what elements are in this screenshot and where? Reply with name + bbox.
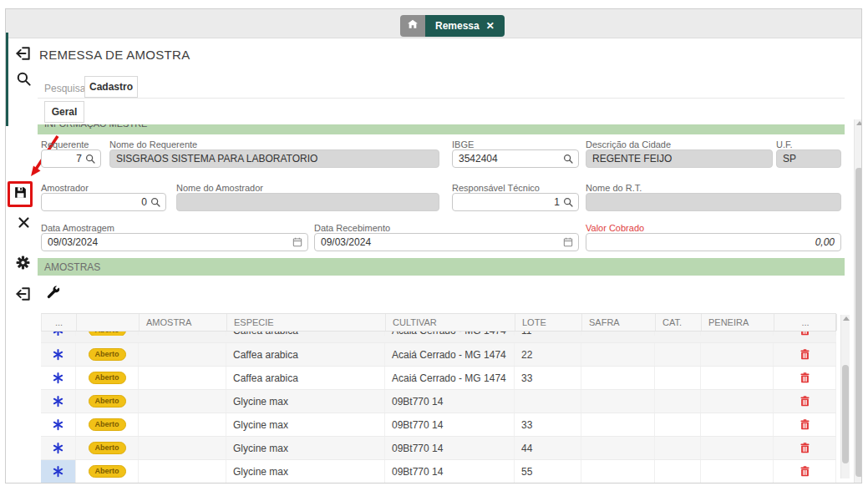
data-recebimento-field[interactable] — [314, 233, 579, 251]
table-scrollbar-up-arrow[interactable] — [843, 316, 850, 321]
save-button[interactable] — [11, 185, 29, 203]
uf-field[interactable] — [776, 149, 841, 168]
search-button[interactable] — [14, 71, 33, 89]
table-header-col-8[interactable]: PENEIRA — [702, 314, 774, 331]
page-scrollbar-up-arrow[interactable] — [856, 121, 862, 125]
valor-cobrado-field[interactable] — [586, 233, 841, 251]
row-expand-asterisk-icon[interactable] — [41, 343, 76, 366]
table-header-col-7[interactable]: CAT. — [656, 314, 702, 331]
table-cell-safra — [581, 367, 655, 389]
ibge-lookup-icon[interactable] — [562, 153, 574, 165]
delete-row-trash-icon[interactable] — [774, 332, 836, 336]
nome-amostrador-field[interactable] — [176, 193, 439, 211]
nome-rt-field[interactable] — [586, 193, 841, 211]
delete-row-trash-icon[interactable] — [774, 367, 836, 389]
table-cell-lote: 44 — [515, 437, 581, 459]
table-header-col-3[interactable]: ESPECIE — [227, 314, 386, 331]
nome-amostrador-input[interactable] — [177, 194, 439, 210]
tab-close-icon[interactable]: ✕ — [486, 20, 495, 32]
sidebar-accent-strip — [6, 33, 8, 126]
row-expand-asterisk-icon[interactable] — [41, 390, 76, 413]
table-header-col-9[interactable]: ... — [774, 314, 837, 331]
row-expand-asterisk-icon[interactable] — [41, 332, 76, 336]
tab-remessa[interactable]: Remessa ✕ — [425, 15, 505, 37]
nome-amostrador-label: Nome do Amostrador — [176, 183, 263, 193]
tab-cadastro[interactable]: Cadastro — [84, 76, 138, 98]
uf-input[interactable] — [777, 150, 840, 167]
delete-row-trash-icon[interactable] — [774, 343, 836, 366]
table-scrollbar[interactable] — [840, 315, 850, 478]
delete-row-trash-icon[interactable] — [774, 460, 836, 483]
table-cell-safra — [581, 413, 655, 436]
section-header-amostras: AMOSTRAS — [38, 258, 845, 276]
cancel-button[interactable] — [14, 215, 33, 233]
tab-geral[interactable]: Geral — [44, 101, 84, 123]
data-amostragem-field[interactable] — [41, 233, 308, 251]
tab-pesquisa[interactable]: Pesquisa — [44, 83, 85, 94]
table-cell-cultivar: Acaiá Cerrado - MG 1474 — [385, 343, 515, 366]
status-badge: Aberto — [76, 460, 139, 483]
table-header-col-4[interactable]: CULTIVAR — [386, 314, 515, 331]
row-expand-asterisk-icon[interactable] — [41, 437, 76, 459]
responsavel-tecnico-field[interactable] — [452, 193, 579, 211]
search-icon — [16, 71, 32, 90]
settings-button[interactable] — [13, 255, 32, 273]
requerente-field[interactable] — [41, 149, 101, 168]
table-cell-amostra — [139, 413, 226, 436]
page-scrollbar[interactable] — [854, 119, 862, 483]
nome-requerente-field[interactable] — [109, 149, 439, 168]
nome-rt-input[interactable] — [586, 194, 840, 210]
ibge-field[interactable] — [452, 149, 579, 168]
exit-button[interactable] — [14, 286, 33, 305]
amostrador-lookup-icon[interactable] — [150, 196, 161, 208]
requerente-label: Requerente — [41, 139, 89, 149]
row-expand-asterisk-icon[interactable] — [41, 460, 76, 483]
uf-label: U.F. — [776, 139, 793, 149]
row-expand-asterisk-icon[interactable] — [41, 413, 76, 436]
delete-row-trash-icon[interactable] — [774, 413, 836, 436]
table-row: AbertoGlycine max09Bt770 1433 — [41, 413, 836, 437]
responsavel-tecnico-input[interactable] — [453, 194, 562, 210]
table-tools-button[interactable] — [46, 285, 61, 303]
table-cell-especie: Glycine max — [226, 413, 385, 436]
home-button[interactable] — [400, 15, 425, 37]
responsavel-tecnico-lookup-icon[interactable] — [562, 196, 574, 208]
return-icon — [15, 286, 32, 306]
table-cell-peneira — [701, 332, 774, 336]
valor-cobrado-input[interactable] — [586, 234, 840, 251]
table-body: AbertoCaffea arabicaAcaiá Cerrado - MG 1… — [41, 332, 836, 483]
table-cell-cultivar: 09Bt770 14 — [385, 437, 515, 459]
table-cell-cat — [655, 367, 701, 389]
data-recebimento-calendar-icon[interactable] — [562, 236, 574, 248]
table-header-col-0[interactable]: ... — [42, 314, 77, 331]
table-cell-cat — [655, 460, 701, 483]
requerente-lookup-icon[interactable] — [84, 153, 96, 165]
table-header-col-5[interactable]: LOTE — [515, 314, 582, 331]
data-recebimento-input[interactable] — [315, 234, 562, 251]
descricao-cidade-field[interactable] — [586, 149, 773, 168]
delete-row-trash-icon[interactable] — [774, 437, 836, 459]
return-icon — [15, 45, 32, 65]
table-header-col-6[interactable]: SAFRA — [582, 314, 656, 331]
return-button[interactable] — [14, 46, 33, 64]
app-window: Remessa ✕ REM — [5, 8, 862, 483]
delete-row-trash-icon[interactable] — [774, 390, 836, 413]
nome-requerente-input[interactable] — [110, 150, 439, 167]
row-expand-asterisk-icon[interactable] — [41, 367, 76, 389]
descricao-cidade-input[interactable] — [586, 150, 772, 167]
table-row: AbertoGlycine max09Bt770 1455 — [41, 460, 836, 483]
table-header-col-2[interactable]: AMOSTRA — [140, 314, 227, 331]
amostrador-field[interactable] — [41, 193, 166, 211]
data-amostragem-calendar-icon[interactable] — [292, 236, 303, 248]
data-amostragem-input[interactable] — [42, 234, 292, 251]
table-scrollbar-thumb[interactable] — [842, 365, 849, 463]
requerente-input[interactable] — [42, 150, 84, 167]
table-row: AbertoCaffea arabicaAcaiá Cerrado - MG 1… — [41, 332, 836, 343]
page-scrollbar-thumb[interactable] — [855, 168, 862, 477]
table-cell-lote: 55 — [515, 460, 581, 483]
amostrador-input[interactable] — [42, 194, 150, 210]
nome-rt-label: Nome do R.T. — [586, 183, 642, 193]
ibge-input[interactable] — [453, 150, 562, 167]
table-cell-especie: Glycine max — [226, 390, 385, 413]
table-header-col-1[interactable] — [77, 314, 140, 331]
